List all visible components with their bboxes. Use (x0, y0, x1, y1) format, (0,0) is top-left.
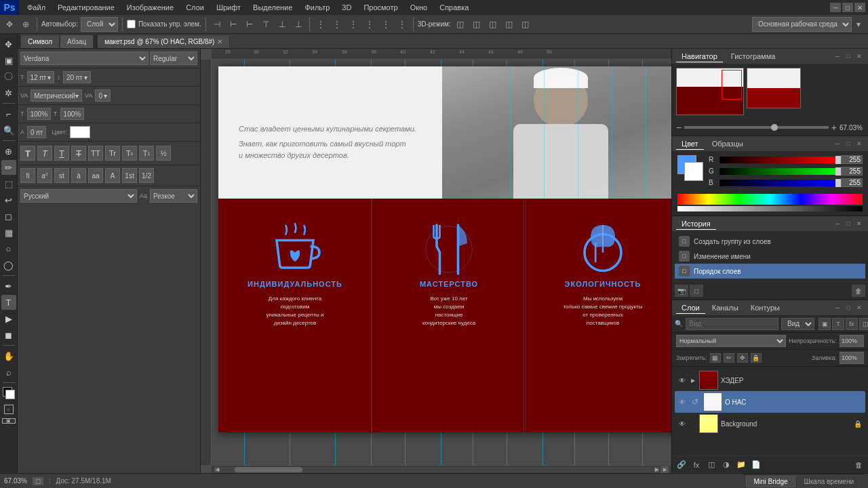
titling-button[interactable]: A (105, 168, 120, 183)
background-color[interactable] (5, 390, 15, 399)
eyedropper-tool[interactable]: 🔍 (1, 123, 16, 138)
oldstyle-button[interactable]: a° (37, 168, 52, 183)
shape-tool[interactable]: ◼ (1, 327, 16, 342)
color-gradient-bar[interactable] (677, 206, 863, 211)
3d-mode-icon-2[interactable]: ◫ (470, 18, 484, 31)
text-tool[interactable]: T (1, 295, 16, 310)
zoom-out-button[interactable]: − (676, 122, 682, 133)
minimize-button[interactable]: ─ (830, 3, 841, 12)
zoom-slider[interactable] (684, 126, 829, 129)
dodge-tool[interactable]: ◯ (1, 258, 16, 272)
align-right-icon[interactable]: ⊢ (243, 18, 256, 31)
show-transform-checkbox[interactable] (127, 20, 136, 28)
history-delete-button[interactable]: 🗑 (852, 285, 865, 297)
history-item-3[interactable]: □ Порядок слоев (675, 264, 865, 279)
menu-window[interactable]: Окно (405, 2, 433, 13)
hand-tool[interactable]: ✋ (1, 348, 16, 363)
layers-tab[interactable]: Слои (676, 302, 705, 314)
select-rect-tool[interactable]: ▣ (1, 53, 16, 68)
history-create-doc-button[interactable]: □ (690, 285, 703, 297)
lasso-tool[interactable]: 〇 (1, 69, 16, 84)
3d-mode-icon-1[interactable]: ◫ (454, 18, 467, 31)
scroll-left-button[interactable]: ◀ (214, 467, 220, 472)
statusbar-zoom-widget[interactable]: ◻ (33, 477, 43, 485)
background-color-swatch[interactable] (684, 162, 703, 181)
layers-filter-pixel-button[interactable]: ▣ (818, 318, 831, 330)
layer-background[interactable]: 👁 Background 🔒 (675, 413, 865, 434)
distribute-icon-3[interactable]: ⋮ (347, 18, 360, 31)
bold-button[interactable]: T (20, 146, 35, 161)
histogram-tab[interactable]: Гистограмма (726, 51, 781, 62)
path-select-tool[interactable]: ▶ (1, 311, 16, 326)
layer-link-button[interactable]: 🔗 (675, 459, 688, 471)
layer-about-cursor-icon[interactable]: ↺ (690, 396, 701, 407)
fill-input[interactable] (840, 352, 864, 364)
align-middle-v-icon[interactable]: ⊥ (275, 18, 289, 31)
history-item-1[interactable]: □ Создать группу из слоев (675, 234, 865, 249)
opacity-input[interactable] (840, 335, 864, 347)
scrollbar-thumb[interactable] (235, 467, 302, 472)
distribute-icon-5[interactable]: ⋮ (379, 18, 393, 31)
color-spectrum-bar[interactable] (677, 194, 863, 205)
clone-stamp-tool[interactable]: ⬚ (1, 176, 16, 191)
brush-tool[interactable]: ✏ (1, 160, 16, 175)
menu-select[interactable]: Выделение (248, 2, 298, 13)
screen-mode-icon[interactable]: ▣ (2, 418, 16, 424)
history-brush-tool[interactable]: ↩ (1, 192, 16, 207)
distribute-icon-2[interactable]: ⋮ (330, 18, 344, 31)
move-tool[interactable]: ✥ (1, 37, 16, 52)
nav-expand-button[interactable]: □ (844, 52, 853, 61)
layer-select[interactable]: Слой (81, 17, 118, 32)
ligature-button[interactable]: fi (20, 168, 35, 183)
distribute-icon-6[interactable]: ⋮ (395, 18, 409, 31)
3d-mode-icon-4[interactable]: ◫ (502, 18, 516, 31)
menu-image[interactable]: Изображение (121, 2, 179, 13)
menu-type[interactable]: Шрифт (211, 2, 246, 13)
stylistic-button[interactable]: 1st (122, 168, 137, 183)
italic-button[interactable]: T (37, 146, 52, 161)
align-center-h-icon[interactable]: ⊢ (226, 18, 240, 31)
zoom-in-button[interactable]: + (831, 122, 837, 133)
fraction-button[interactable]: ½ (156, 146, 171, 161)
align-left-icon[interactable]: ⊣ (210, 18, 224, 31)
move-tool-btn[interactable]: ⊕ (19, 18, 33, 31)
strikethrough-button[interactable]: T̶ (71, 146, 86, 161)
align-bottom-icon[interactable]: ⊥ (292, 18, 305, 31)
3d-mode-icon-5[interactable]: ◫ (519, 18, 532, 31)
layer-header-visibility-icon[interactable]: 👁 (677, 375, 687, 385)
blend-mode-select[interactable]: Нормальный (676, 335, 786, 347)
contours-tab[interactable]: Контуры (745, 302, 785, 313)
lock-image-button[interactable]: ✏ (724, 353, 734, 363)
layer-background-visibility-icon[interactable]: 👁 (677, 419, 687, 428)
layer-new-button[interactable]: 📄 (749, 459, 763, 471)
red-bar[interactable] (719, 157, 838, 163)
tab-paragraph[interactable]: Абзац (60, 35, 94, 48)
history-item-2[interactable]: □ Изменение имени (675, 249, 865, 264)
scroll-right-button[interactable]: ▶ (654, 467, 659, 472)
mini-nav-button[interactable]: ▶ (660, 466, 669, 473)
crop-tool[interactable]: ⌐ (1, 106, 16, 121)
blue-value[interactable] (841, 178, 863, 187)
lock-all-button[interactable]: 🔒 (751, 353, 762, 363)
channels-tab[interactable]: Каналы (707, 302, 744, 313)
3d-mode-icon-3[interactable]: ◫ (486, 18, 500, 31)
menu-view[interactable]: Просмотр (358, 2, 403, 13)
zoom-tool[interactable]: ⌕ (1, 365, 16, 380)
magic-wand-tool[interactable]: ✲ (1, 85, 16, 100)
doc-tab-close[interactable]: ✕ (217, 38, 222, 45)
layers-close-button[interactable]: ✕ (854, 303, 864, 312)
color-close-button[interactable]: ✕ (854, 139, 864, 148)
layers-minimize-button[interactable]: ─ (833, 303, 842, 312)
blue-bar[interactable] (719, 180, 838, 186)
history-minimize-button[interactable]: ─ (833, 219, 842, 228)
allcaps-button[interactable]: TT (88, 146, 103, 161)
text-color-swatch[interactable] (70, 126, 90, 138)
green-value[interactable] (841, 167, 863, 176)
foreground-background-color[interactable] (1, 386, 16, 401)
layer-header[interactable]: 👁 ▶ ХЭДЕР (675, 369, 865, 391)
menu-file[interactable]: Файл (22, 2, 51, 13)
layers-filter-mode-button[interactable]: ◫ (859, 318, 868, 330)
align-top-icon[interactable]: ⊤ (259, 18, 273, 31)
menu-edit[interactable]: Редактирование (52, 2, 120, 13)
color-expand-button[interactable]: □ (844, 139, 853, 148)
